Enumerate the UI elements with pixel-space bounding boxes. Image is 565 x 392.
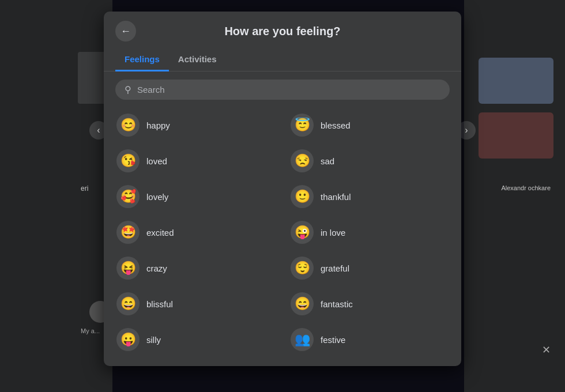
- feeling-label-festive: festive: [321, 335, 345, 345]
- feeling-emoji-silly: 😛: [116, 328, 140, 351]
- feeling-item-sad[interactable]: 😒sad: [282, 144, 457, 178]
- feeling-emoji-happy: 😊: [116, 114, 140, 137]
- tab-activities[interactable]: Activities: [169, 48, 226, 71]
- feelings-grid: 😊happy😇blessed😘loved😒sad🥰lovely🙂thankful…: [104, 105, 461, 366]
- feeling-label-crazy: crazy: [146, 263, 167, 273]
- search-container: ⚲: [104, 71, 461, 105]
- feeling-label-silly: silly: [146, 335, 161, 345]
- feeling-label-blessed: blessed: [321, 120, 351, 130]
- back-icon: ←: [120, 25, 131, 37]
- feeling-item-blessed[interactable]: 😇blessed: [282, 108, 457, 142]
- modal-backdrop: ← How are you feeling? Feelings Activiti…: [0, 0, 565, 392]
- feeling-item-lovely[interactable]: 🥰lovely: [108, 179, 282, 214]
- feeling-label-grateful: grateful: [321, 263, 349, 273]
- feeling-item-grateful[interactable]: 😌grateful: [282, 251, 457, 285]
- search-box: ⚲: [115, 80, 450, 100]
- search-input[interactable]: [137, 85, 440, 95]
- feeling-emoji-sad: 😒: [291, 149, 314, 172]
- feeling-label-lovely: lovely: [146, 192, 168, 202]
- feeling-emoji-loved: 😘: [116, 149, 140, 172]
- feeling-emoji-blessed: 😇: [291, 114, 314, 137]
- feeling-label-in-love: in love: [321, 228, 345, 238]
- modal-title: How are you feeling?: [136, 25, 429, 38]
- feeling-label-happy: happy: [146, 120, 170, 130]
- tab-feelings[interactable]: Feelings: [115, 48, 169, 71]
- feeling-item-loved[interactable]: 😘loved: [108, 144, 282, 178]
- back-button[interactable]: ←: [115, 21, 136, 42]
- feeling-item-excited[interactable]: 🤩excited: [108, 215, 282, 250]
- feeling-emoji-in-love: 😜: [291, 221, 314, 244]
- feeling-emoji-festive: 👥: [291, 328, 314, 351]
- feeling-emoji-thankful: 🙂: [291, 185, 314, 208]
- tabs-bar: Feelings Activities: [104, 48, 461, 71]
- feeling-item-festive[interactable]: 👥festive: [282, 322, 457, 357]
- feeling-emoji-lovely: 🥰: [116, 185, 140, 208]
- feeling-label-excited: excited: [146, 228, 174, 238]
- feeling-item-silly[interactable]: 😛silly: [108, 322, 282, 357]
- feeling-item-blissful[interactable]: 😄blissful: [108, 287, 282, 321]
- search-icon: ⚲: [125, 84, 131, 95]
- feeling-item-crazy[interactable]: 😝crazy: [108, 251, 282, 285]
- feeling-emoji-grateful: 😌: [291, 257, 314, 280]
- feeling-label-sad: sad: [321, 156, 334, 166]
- modal-header: ← How are you feeling?: [104, 12, 461, 42]
- feeling-item-in-love[interactable]: 😜in love: [282, 215, 457, 250]
- feelings-modal: ← How are you feeling? Feelings Activiti…: [104, 12, 461, 366]
- feeling-item-thankful[interactable]: 🙂thankful: [282, 179, 457, 214]
- feeling-emoji-blissful: 😄: [116, 292, 140, 315]
- feeling-label-fantastic: fantastic: [321, 299, 353, 309]
- feeling-label-loved: loved: [146, 156, 167, 166]
- feeling-emoji-fantastic: 😄: [291, 292, 314, 315]
- feeling-emoji-crazy: 😝: [116, 257, 140, 280]
- feeling-label-thankful: thankful: [321, 192, 351, 202]
- feeling-emoji-excited: 🤩: [116, 221, 140, 244]
- feeling-label-blissful: blissful: [146, 299, 173, 309]
- feeling-item-fantastic[interactable]: 😄fantastic: [282, 287, 457, 321]
- feeling-item-happy[interactable]: 😊happy: [108, 108, 282, 142]
